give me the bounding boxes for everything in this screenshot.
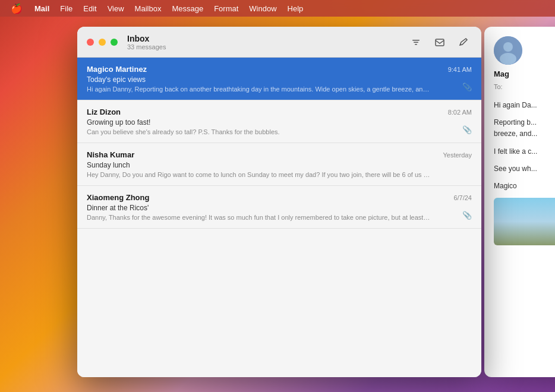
svg-point-5 [503,42,513,52]
detail-body-line-4: See you wh... [494,163,555,175]
email-time-2: 8:02 AM [448,109,472,116]
email-time-1: 9:41 AM [448,66,472,73]
window-titlebar: Inbox 33 messages [77,27,481,58]
email-list[interactable]: Magico Martinez 9:41 AM Today's epic vie… [77,58,481,377]
svg-rect-3 [436,39,444,46]
new-message-icon[interactable] [455,34,472,50]
window-title-info: Inbox 33 messages [127,34,166,50]
svg-point-6 [500,53,516,65]
compose-email-icon[interactable] [431,34,448,50]
email-preview-1: Hi again Danny, Reporting back on anothe… [87,86,431,93]
email-sender-3: Nisha Kumar [87,150,134,159]
email-detail-panel: Mag To: Hi again Da... Reporting b...bre… [484,27,555,377]
window-subtitle: 33 messages [127,43,166,50]
detail-body-line-3: I felt like a c... [494,146,555,157]
email-subject-2: Growing up too fast! [87,118,472,127]
help-menu-item[interactable]: Help [283,3,308,14]
window-controls [87,39,118,46]
window-title: Inbox [127,34,166,43]
minimize-button[interactable] [99,39,106,46]
svg-rect-0 [412,40,420,41]
window-menu-item[interactable]: Window [244,3,281,14]
email-sender-1: Magico Martinez [87,65,147,74]
email-item-2[interactable]: Liz Dizon 8:02 AM Growing up too fast! C… [77,100,481,143]
email-sender-2: Liz Dizon [87,108,121,116]
detail-to-label: To: [494,83,555,90]
menubar: 🍎 Mail File Edit View Mailbox Message Fo… [0,0,555,17]
email-subject-4: Dinner at the Ricos' [87,204,472,212]
file-menu-item[interactable]: File [55,3,77,14]
close-button[interactable] [87,39,94,46]
format-menu-item[interactable]: Format [209,3,243,14]
edit-menu-item[interactable]: Edit [78,3,101,14]
detail-sender-name: Mag [494,69,555,78]
email-time-3: Yesterday [443,151,472,159]
maximize-button[interactable] [111,39,118,46]
detail-body: Hi again Da... Reporting b...breeze, and… [494,100,555,245]
mailbox-menu-item[interactable]: Mailbox [130,3,166,14]
detail-body-line-5: Magico [494,181,555,192]
email-item-1[interactable]: Magico Martinez 9:41 AM Today's epic vie… [77,58,481,100]
detail-body-line-1: Hi again Da... [494,100,555,111]
detail-body-line-2: Reporting b...breeze, and... [494,117,555,140]
attachment-icon-4: 📎 [462,211,472,220]
mail-menu-item[interactable]: Mail [30,3,54,14]
email-preview-4: Danny, Thanks for the awesome evening! I… [87,214,431,221]
email-subject-1: Today's epic views [87,75,472,84]
filter-icon[interactable] [408,34,424,50]
svg-rect-2 [415,44,417,45]
email-sender-4: Xiaomeng Zhong [87,193,149,202]
email-item-3[interactable]: Nisha Kumar Yesterday Sunday lunch Hey D… [77,143,481,186]
titlebar-actions [408,34,472,50]
detail-header: Mag To: [494,36,555,90]
view-menu-item[interactable]: View [103,3,129,14]
email-time-4: 6/7/24 [453,194,472,201]
email-preview-3: Hey Danny, Do you and Rigo want to come … [87,171,431,178]
mail-window: Inbox 33 messages [77,27,481,377]
detail-photo [494,198,555,245]
email-item-4[interactable]: Xiaomeng Zhong 6/7/24 Dinner at the Rico… [77,186,481,229]
apple-menu[interactable]: 🍎 [5,3,29,14]
email-subject-3: Sunday lunch [87,161,472,169]
attachment-icon-2: 📎 [462,125,472,134]
sender-avatar [494,36,522,65]
email-preview-2: Can you believe she's already so tall? P… [87,128,431,135]
attachment-icon-1: 📎 [462,83,472,91]
message-menu-item[interactable]: Message [167,3,208,14]
svg-rect-1 [414,42,418,43]
